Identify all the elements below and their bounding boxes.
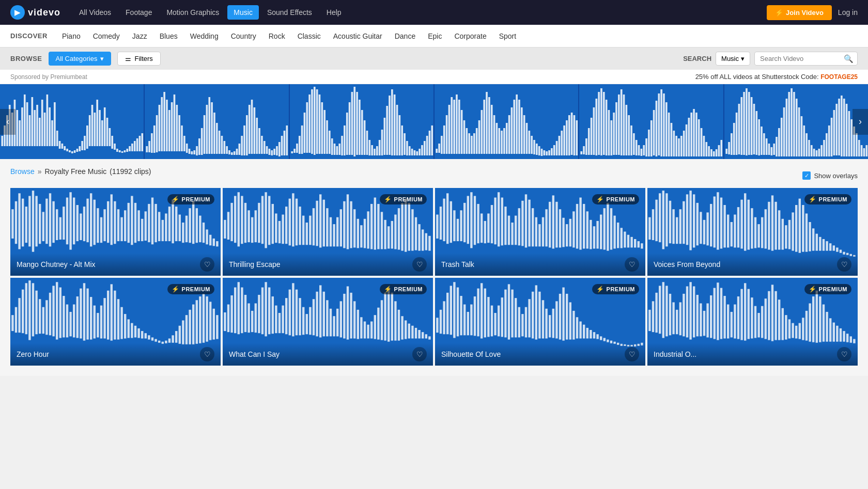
svg-rect-479 bbox=[457, 219, 459, 241]
nav-all-videos[interactable]: All Videos bbox=[73, 5, 117, 20]
discover-jazz[interactable]: Jazz bbox=[126, 30, 153, 42]
carousel-item[interactable] bbox=[145, 84, 289, 159]
discover-wedding[interactable]: Wedding bbox=[184, 30, 225, 42]
discover-blues[interactable]: Blues bbox=[153, 30, 184, 42]
svg-rect-117 bbox=[291, 151, 293, 153]
logo[interactable]: ▶ videvo bbox=[10, 5, 60, 20]
svg-rect-66 bbox=[164, 92, 166, 151]
favorite-button[interactable]: ♡ bbox=[412, 347, 427, 361]
svg-rect-311 bbox=[776, 137, 778, 156]
carousel-item[interactable] bbox=[579, 84, 724, 159]
show-overlays-toggle[interactable]: ✓ Show overlays bbox=[802, 171, 858, 180]
all-categories-button[interactable]: All Categories ▾ bbox=[49, 52, 112, 66]
svg-rect-210 bbox=[523, 115, 525, 154]
svg-rect-573 bbox=[778, 210, 780, 249]
breadcrumb-browse[interactable]: Browse bbox=[10, 167, 35, 176]
carousel-item[interactable] bbox=[724, 84, 868, 159]
svg-rect-406 bbox=[206, 229, 208, 244]
favorite-button[interactable]: ♡ bbox=[200, 347, 214, 361]
carousel-item[interactable] bbox=[290, 84, 435, 159]
music-card-3[interactable]: ⚡ PREMIUM Trash Talk ♡ bbox=[435, 188, 645, 276]
music-card-4[interactable]: ⚡ PREMIUM Voices From Beyond ♡ bbox=[647, 188, 858, 276]
svg-rect-706 bbox=[384, 293, 386, 341]
svg-rect-467 bbox=[415, 217, 417, 250]
favorite-button[interactable]: ♡ bbox=[625, 257, 639, 272]
discover-comedy[interactable]: Comedy bbox=[87, 30, 126, 42]
favorite-button[interactable]: ♡ bbox=[837, 257, 851, 272]
svg-rect-85 bbox=[211, 102, 213, 154]
svg-rect-329 bbox=[820, 145, 823, 156]
login-button[interactable]: Log in bbox=[838, 8, 858, 17]
svg-rect-673 bbox=[272, 296, 274, 334]
svg-rect-685 bbox=[313, 299, 315, 335]
carousel-item[interactable] bbox=[435, 84, 579, 159]
nav-sound-effects[interactable]: Sound Effects bbox=[261, 5, 318, 20]
carousel-prev-button[interactable]: ‹ bbox=[0, 109, 16, 135]
discover-dance[interactable]: Dance bbox=[389, 30, 422, 42]
svg-rect-665 bbox=[244, 295, 246, 332]
discover-sport[interactable]: Sport bbox=[493, 30, 522, 42]
svg-rect-556 bbox=[720, 198, 722, 249]
search-type-button[interactable]: Music ▾ bbox=[716, 52, 750, 66]
svg-rect-589 bbox=[833, 245, 835, 250]
discover-piano[interactable]: Piano bbox=[56, 30, 87, 42]
carousel-item[interactable] bbox=[0, 84, 145, 159]
discover-classic[interactable]: Classic bbox=[291, 30, 327, 42]
music-card-8[interactable]: ⚡ PREMIUM Industrial O... ♡ bbox=[647, 278, 858, 366]
svg-rect-549 bbox=[696, 203, 699, 245]
svg-rect-132 bbox=[329, 131, 331, 154]
svg-rect-662 bbox=[234, 288, 236, 334]
svg-rect-541 bbox=[669, 201, 671, 243]
discover-corporate[interactable]: Corporate bbox=[448, 30, 492, 42]
svg-rect-722 bbox=[440, 310, 442, 334]
search-input[interactable] bbox=[754, 52, 858, 66]
svg-rect-791 bbox=[676, 310, 678, 334]
svg-rect-703 bbox=[374, 315, 376, 339]
svg-rect-490 bbox=[494, 198, 496, 245]
svg-rect-660 bbox=[227, 305, 229, 333]
svg-rect-807 bbox=[731, 312, 733, 337]
svg-rect-840 bbox=[843, 331, 845, 342]
music-card-1[interactable]: ⚡ PREMIUM Mango Chutney - Alt Mix ♡ bbox=[10, 188, 221, 276]
svg-rect-688 bbox=[323, 292, 325, 337]
svg-rect-618 bbox=[83, 283, 85, 340]
svg-rect-787 bbox=[662, 282, 664, 338]
join-button[interactable]: ⚡ Join Videvo bbox=[767, 5, 832, 20]
svg-rect-445 bbox=[340, 209, 342, 246]
svg-rect-185 bbox=[461, 110, 463, 154]
svg-rect-142 bbox=[353, 87, 355, 156]
svg-rect-194 bbox=[483, 100, 485, 154]
nav-footage[interactable]: Footage bbox=[119, 5, 158, 20]
svg-rect-433 bbox=[299, 207, 301, 245]
carousel-next-button[interactable]: › bbox=[853, 109, 868, 135]
svg-rect-168 bbox=[419, 149, 421, 155]
music-card-footer: Mango Chutney - Alt Mix ♡ bbox=[10, 253, 221, 276]
music-card-7[interactable]: ⚡ PREMIUM Silhouette Of Love ♡ bbox=[435, 278, 645, 366]
music-card-2[interactable]: ⚡ PREMIUM Thrilling Escape ♡ bbox=[223, 188, 433, 276]
discover-epic[interactable]: Epic bbox=[422, 30, 448, 42]
favorite-button[interactable]: ♡ bbox=[625, 347, 639, 361]
nav-help[interactable]: Help bbox=[320, 5, 348, 20]
music-card-6[interactable]: ⚡ PREMIUM What Can I Say ♡ bbox=[223, 278, 433, 366]
svg-rect-436 bbox=[309, 216, 311, 245]
favorite-button[interactable]: ♡ bbox=[412, 257, 427, 272]
svg-rect-200 bbox=[498, 128, 500, 154]
discover-country[interactable]: Country bbox=[225, 30, 262, 42]
nav-music[interactable]: Music bbox=[227, 5, 259, 20]
discover-acoustic-guitar[interactable]: Acoustic Guitar bbox=[327, 30, 389, 42]
filters-button[interactable]: ⚌ Filters bbox=[117, 52, 160, 66]
nav-motion-graphics[interactable]: Motion Graphics bbox=[160, 5, 225, 20]
music-card-5[interactable]: ⚡ PREMIUM Zero Hour ♡ bbox=[10, 278, 221, 366]
svg-rect-708 bbox=[391, 293, 393, 341]
svg-rect-798 bbox=[700, 303, 702, 336]
svg-rect-186 bbox=[463, 120, 466, 154]
svg-rect-475 bbox=[443, 199, 445, 241]
svg-rect-694 bbox=[343, 294, 345, 339]
svg-rect-89 bbox=[221, 136, 223, 154]
favorite-button[interactable]: ♡ bbox=[837, 347, 851, 361]
discover-rock[interactable]: Rock bbox=[262, 30, 291, 42]
premium-lightning-icon: ⚡ bbox=[596, 286, 605, 293]
music-title: What Can I Say bbox=[229, 350, 280, 358]
favorite-button[interactable]: ♡ bbox=[200, 257, 214, 272]
search-submit-button[interactable]: 🔍 bbox=[844, 54, 854, 64]
